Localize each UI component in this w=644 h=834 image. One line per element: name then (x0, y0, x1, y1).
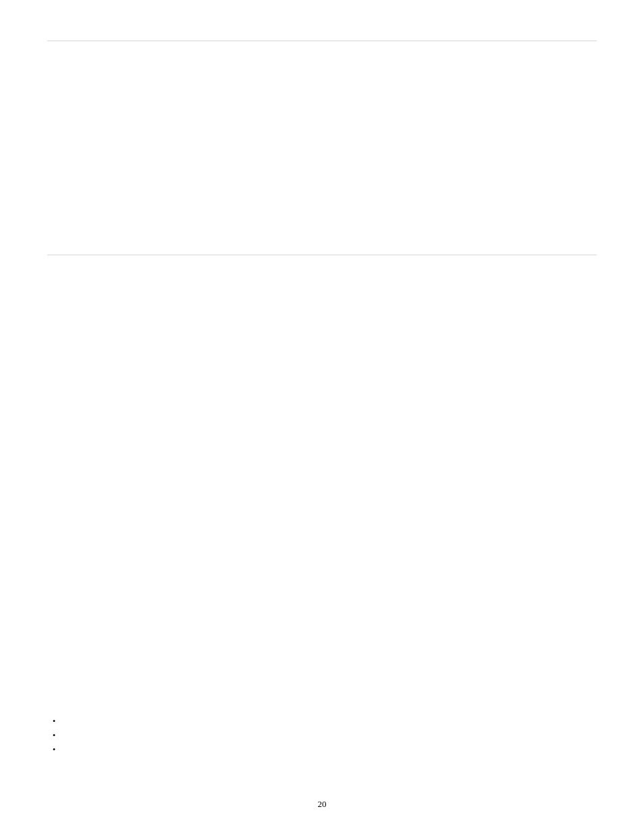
horizontal-rule-top (47, 41, 597, 41)
list-item (53, 729, 55, 743)
list-item (53, 743, 55, 757)
page-content (0, 0, 644, 255)
list-item (53, 714, 55, 729)
horizontal-rule-middle (47, 255, 597, 255)
bullet-list (53, 714, 55, 757)
page-number: 20 (0, 799, 644, 810)
